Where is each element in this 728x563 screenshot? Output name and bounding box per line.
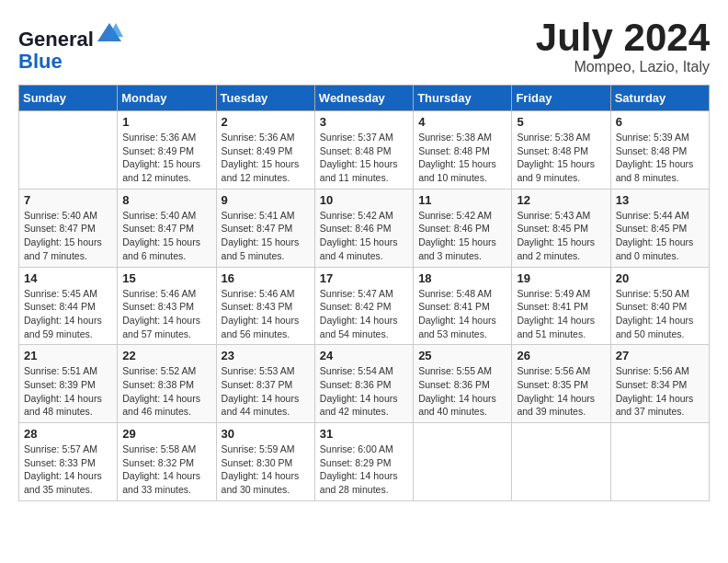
day-detail: Sunrise: 5:36 AM Sunset: 8:49 PM Dayligh…	[122, 131, 210, 185]
calendar-cell	[414, 423, 512, 501]
day-number: 15	[122, 271, 210, 285]
day-detail: Sunrise: 5:55 AM Sunset: 8:36 PM Dayligh…	[418, 364, 506, 419]
day-number: 20	[616, 271, 704, 285]
calendar-cell: 23Sunrise: 5:53 AM Sunset: 8:37 PM Dayli…	[216, 345, 314, 423]
month-title: July 2024	[536, 18, 710, 57]
day-detail: Sunrise: 5:47 AM Sunset: 8:42 PM Dayligh…	[320, 287, 408, 341]
day-detail: Sunrise: 5:39 AM Sunset: 8:48 PM Dayligh…	[616, 131, 704, 185]
calendar-cell: 12Sunrise: 5:43 AM Sunset: 8:45 PM Dayli…	[512, 189, 610, 267]
page-header: General Blue July 2024 Mompeo, Lazio, It…	[18, 18, 710, 75]
calendar-week-row: 28Sunrise: 5:57 AM Sunset: 8:33 PM Dayli…	[19, 423, 710, 501]
calendar-cell: 31Sunrise: 6:00 AM Sunset: 8:29 PM Dayli…	[314, 423, 413, 501]
calendar-cell: 14Sunrise: 5:45 AM Sunset: 8:44 PM Dayli…	[19, 267, 118, 345]
logo-general: General	[18, 28, 94, 51]
day-number: 22	[122, 349, 210, 362]
day-detail: Sunrise: 5:44 AM Sunset: 8:45 PM Dayligh…	[616, 209, 704, 263]
day-number: 1	[122, 115, 210, 129]
day-detail: Sunrise: 6:00 AM Sunset: 8:29 PM Dayligh…	[320, 442, 408, 497]
calendar-cell: 15Sunrise: 5:46 AM Sunset: 8:43 PM Dayli…	[118, 267, 216, 345]
weekday-header-row: SundayMondayTuesdayWednesdayThursdayFrid…	[19, 86, 710, 111]
day-number: 24	[320, 349, 408, 362]
day-number: 19	[517, 271, 605, 285]
location: Mompeo, Lazio, Italy	[536, 59, 710, 75]
day-detail: Sunrise: 5:38 AM Sunset: 8:48 PM Dayligh…	[517, 131, 605, 185]
calendar-cell: 25Sunrise: 5:55 AM Sunset: 8:36 PM Dayli…	[414, 345, 512, 423]
day-number: 17	[320, 271, 408, 285]
logo-icon	[96, 18, 123, 46]
day-detail: Sunrise: 5:43 AM Sunset: 8:45 PM Dayligh…	[517, 209, 605, 263]
calendar-cell: 29Sunrise: 5:58 AM Sunset: 8:32 PM Dayli…	[118, 423, 216, 501]
calendar-cell: 2Sunrise: 5:36 AM Sunset: 8:49 PM Daylig…	[216, 111, 314, 190]
day-number: 26	[517, 349, 605, 362]
day-number: 12	[517, 193, 605, 207]
calendar-cell: 27Sunrise: 5:56 AM Sunset: 8:34 PM Dayli…	[610, 345, 709, 423]
calendar-cell: 30Sunrise: 5:59 AM Sunset: 8:30 PM Dayli…	[216, 423, 314, 501]
weekday-header: Saturday	[610, 86, 709, 111]
day-detail: Sunrise: 5:49 AM Sunset: 8:41 PM Dayligh…	[517, 287, 605, 341]
day-number: 5	[517, 115, 605, 129]
calendar-cell: 26Sunrise: 5:56 AM Sunset: 8:35 PM Dayli…	[512, 345, 610, 423]
day-number: 21	[24, 349, 112, 362]
title-block: July 2024 Mompeo, Lazio, Italy	[536, 18, 710, 75]
weekday-header: Tuesday	[216, 86, 314, 111]
day-number: 25	[418, 349, 506, 362]
day-detail: Sunrise: 5:45 AM Sunset: 8:44 PM Dayligh…	[24, 287, 112, 341]
day-detail: Sunrise: 5:38 AM Sunset: 8:48 PM Dayligh…	[418, 131, 506, 185]
day-number: 7	[24, 193, 112, 207]
day-number: 23	[222, 349, 310, 362]
day-number: 31	[320, 427, 408, 441]
day-number: 9	[222, 193, 310, 207]
day-detail: Sunrise: 5:53 AM Sunset: 8:37 PM Dayligh…	[222, 364, 310, 419]
calendar-cell: 7Sunrise: 5:40 AM Sunset: 8:47 PM Daylig…	[19, 189, 118, 267]
calendar-week-row: 7Sunrise: 5:40 AM Sunset: 8:47 PM Daylig…	[19, 189, 710, 267]
calendar-cell: 19Sunrise: 5:49 AM Sunset: 8:41 PM Dayli…	[512, 267, 610, 345]
calendar-cell: 4Sunrise: 5:38 AM Sunset: 8:48 PM Daylig…	[414, 111, 512, 190]
logo: General Blue	[18, 18, 123, 73]
calendar-week-row: 21Sunrise: 5:51 AM Sunset: 8:39 PM Dayli…	[19, 345, 710, 423]
calendar-table: SundayMondayTuesdayWednesdayThursdayFrid…	[18, 85, 710, 501]
calendar-cell	[610, 423, 709, 501]
day-number: 4	[418, 115, 506, 129]
day-detail: Sunrise: 5:54 AM Sunset: 8:36 PM Dayligh…	[320, 364, 408, 419]
calendar-cell: 20Sunrise: 5:50 AM Sunset: 8:40 PM Dayli…	[610, 267, 709, 345]
calendar-week-row: 14Sunrise: 5:45 AM Sunset: 8:44 PM Dayli…	[19, 267, 710, 345]
day-detail: Sunrise: 5:40 AM Sunset: 8:47 PM Dayligh…	[122, 209, 210, 263]
calendar-cell: 1Sunrise: 5:36 AM Sunset: 8:49 PM Daylig…	[118, 111, 216, 190]
day-number: 8	[122, 193, 210, 207]
weekday-header: Wednesday	[314, 86, 413, 111]
calendar-cell	[512, 423, 610, 501]
day-detail: Sunrise: 5:56 AM Sunset: 8:35 PM Dayligh…	[517, 364, 605, 419]
day-detail: Sunrise: 5:46 AM Sunset: 8:43 PM Dayligh…	[222, 287, 310, 341]
day-detail: Sunrise: 5:52 AM Sunset: 8:38 PM Dayligh…	[122, 364, 210, 419]
calendar-cell	[19, 111, 118, 190]
calendar-cell: 9Sunrise: 5:41 AM Sunset: 8:47 PM Daylig…	[216, 189, 314, 267]
calendar-cell: 28Sunrise: 5:57 AM Sunset: 8:33 PM Dayli…	[19, 423, 118, 501]
day-number: 29	[122, 427, 210, 441]
weekday-header: Monday	[118, 86, 216, 111]
weekday-header: Friday	[512, 86, 610, 111]
day-detail: Sunrise: 5:42 AM Sunset: 8:46 PM Dayligh…	[320, 209, 408, 263]
calendar-cell: 17Sunrise: 5:47 AM Sunset: 8:42 PM Dayli…	[314, 267, 413, 345]
day-detail: Sunrise: 5:51 AM Sunset: 8:39 PM Dayligh…	[24, 364, 112, 419]
calendar-cell: 10Sunrise: 5:42 AM Sunset: 8:46 PM Dayli…	[314, 189, 413, 267]
day-number: 18	[418, 271, 506, 285]
weekday-header: Sunday	[19, 86, 118, 111]
calendar-cell: 21Sunrise: 5:51 AM Sunset: 8:39 PM Dayli…	[19, 345, 118, 423]
calendar-cell: 24Sunrise: 5:54 AM Sunset: 8:36 PM Dayli…	[314, 345, 413, 423]
day-detail: Sunrise: 5:50 AM Sunset: 8:40 PM Dayligh…	[616, 287, 704, 341]
day-detail: Sunrise: 5:36 AM Sunset: 8:49 PM Dayligh…	[222, 131, 310, 185]
calendar-week-row: 1Sunrise: 5:36 AM Sunset: 8:49 PM Daylig…	[19, 111, 710, 190]
day-number: 3	[320, 115, 408, 129]
calendar-cell: 8Sunrise: 5:40 AM Sunset: 8:47 PM Daylig…	[118, 189, 216, 267]
calendar-cell: 16Sunrise: 5:46 AM Sunset: 8:43 PM Dayli…	[216, 267, 314, 345]
day-number: 11	[418, 193, 506, 207]
weekday-header: Thursday	[414, 86, 512, 111]
calendar-cell: 11Sunrise: 5:42 AM Sunset: 8:46 PM Dayli…	[414, 189, 512, 267]
calendar-cell: 22Sunrise: 5:52 AM Sunset: 8:38 PM Dayli…	[118, 345, 216, 423]
calendar-cell: 13Sunrise: 5:44 AM Sunset: 8:45 PM Dayli…	[610, 189, 709, 267]
day-detail: Sunrise: 5:48 AM Sunset: 8:41 PM Dayligh…	[418, 287, 506, 341]
day-detail: Sunrise: 5:59 AM Sunset: 8:30 PM Dayligh…	[222, 442, 310, 497]
day-detail: Sunrise: 5:41 AM Sunset: 8:47 PM Dayligh…	[222, 209, 310, 263]
calendar-cell: 18Sunrise: 5:48 AM Sunset: 8:41 PM Dayli…	[414, 267, 512, 345]
day-detail: Sunrise: 5:40 AM Sunset: 8:47 PM Dayligh…	[24, 209, 112, 263]
